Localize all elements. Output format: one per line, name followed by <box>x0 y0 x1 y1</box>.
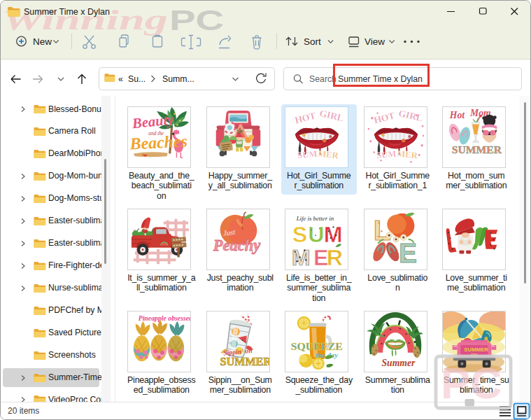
svg-text:Pineapple obsessed: Pineapple obsessed <box>139 314 190 321</box>
svg-text:Life is better in: Life is better in <box>296 214 334 221</box>
svg-text:U: U <box>308 221 324 246</box>
svg-text:time: time <box>471 352 478 356</box>
svg-text:Summer: Summer <box>381 358 416 368</box>
svg-text:Su...: Su... <box>128 74 146 84</box>
svg-text:E: E <box>398 238 416 268</box>
svg-text:SQUEEZE: SQUEEZE <box>291 340 343 351</box>
svg-text:View: View <box>364 36 385 47</box>
svg-text:GIRL: GIRL <box>318 108 344 123</box>
svg-text:HOT: HOT <box>372 110 395 125</box>
svg-text:R: R <box>327 245 343 270</box>
svg-text:New: New <box>33 36 52 47</box>
svg-text:Beaches: Beaches <box>129 132 188 153</box>
svg-text:«: « <box>118 74 123 84</box>
svg-text:MER: MER <box>396 148 418 160</box>
svg-text:L: L <box>373 214 390 246</box>
svg-text:GIRL: GIRL <box>397 108 423 123</box>
svg-text:SUMMER: SUMMER <box>220 356 269 368</box>
svg-text:Sort: Sort <box>304 36 321 47</box>
svg-text:Beauty: Beauty <box>131 111 175 132</box>
svg-text:SUMMER: SUMMER <box>452 144 502 155</box>
svg-text:M: M <box>324 221 343 246</box>
svg-text:Hot: Hot <box>449 109 465 120</box>
svg-text:SUM: SUM <box>297 148 318 160</box>
svg-text:M: M <box>292 245 311 270</box>
svg-text:Summ...: Summ... <box>162 74 194 84</box>
svg-text:S: S <box>292 221 308 246</box>
svg-text:HOT: HOT <box>294 110 317 125</box>
svg-text:MER: MER <box>318 148 340 160</box>
svg-text:SUM: SUM <box>376 148 396 160</box>
svg-text:Peachy: Peachy <box>212 236 260 253</box>
